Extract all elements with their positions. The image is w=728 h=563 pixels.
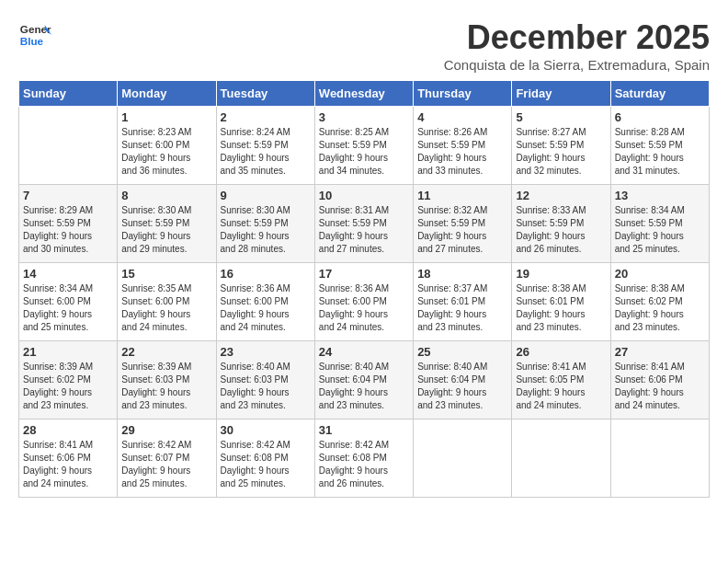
calendar-cell: 13Sunrise: 8:34 AM Sunset: 5:59 PM Dayli…: [610, 185, 709, 263]
calendar-cell: 23Sunrise: 8:40 AM Sunset: 6:03 PM Dayli…: [216, 341, 314, 419]
calendar-cell: 9Sunrise: 8:30 AM Sunset: 5:59 PM Daylig…: [216, 185, 314, 263]
page-header: General Blue December 2025 Conquista de …: [18, 18, 710, 73]
day-number: 13: [615, 189, 705, 202]
header-friday: Friday: [512, 81, 610, 107]
calendar-cell: 5Sunrise: 8:27 AM Sunset: 5:59 PM Daylig…: [512, 107, 610, 185]
day-info: Sunrise: 8:30 AM Sunset: 5:59 PM Dayligh…: [221, 204, 311, 256]
day-number: 21: [23, 345, 113, 359]
header-sunday: Sunday: [19, 81, 118, 107]
day-info: Sunrise: 8:31 AM Sunset: 5:59 PM Dayligh…: [319, 204, 409, 256]
calendar-cell: 14Sunrise: 8:34 AM Sunset: 6:00 PM Dayli…: [19, 263, 118, 341]
calendar-cell: 7Sunrise: 8:29 AM Sunset: 5:59 PM Daylig…: [19, 185, 118, 263]
day-number: 15: [121, 267, 211, 281]
day-info: Sunrise: 8:42 AM Sunset: 6:08 PM Dayligh…: [221, 439, 311, 490]
day-info: Sunrise: 8:38 AM Sunset: 6:01 PM Dayligh…: [516, 282, 606, 334]
day-number: 1: [121, 110, 211, 124]
calendar-week-row: 7Sunrise: 8:29 AM Sunset: 5:59 PM Daylig…: [19, 185, 710, 263]
day-number: 19: [516, 267, 606, 281]
calendar-cell: 2Sunrise: 8:24 AM Sunset: 5:59 PM Daylig…: [216, 107, 314, 185]
day-number: 14: [23, 267, 113, 281]
day-number: 7: [23, 189, 113, 202]
title-block: December 2025 Conquista de la Sierra, Ex…: [444, 18, 710, 73]
calendar-cell: 29Sunrise: 8:42 AM Sunset: 6:07 PM Dayli…: [118, 419, 216, 498]
day-info: Sunrise: 8:39 AM Sunset: 6:03 PM Dayligh…: [121, 361, 211, 412]
day-info: Sunrise: 8:38 AM Sunset: 6:02 PM Dayligh…: [615, 282, 705, 334]
calendar-cell: 20Sunrise: 8:38 AM Sunset: 6:02 PM Dayli…: [610, 263, 709, 341]
day-info: Sunrise: 8:36 AM Sunset: 6:00 PM Dayligh…: [221, 282, 311, 334]
month-title: December 2025: [444, 18, 710, 57]
day-info: Sunrise: 8:27 AM Sunset: 5:59 PM Dayligh…: [516, 126, 606, 178]
day-number: 8: [121, 189, 211, 202]
calendar-cell: 4Sunrise: 8:26 AM Sunset: 5:59 PM Daylig…: [414, 107, 512, 185]
calendar-cell: [414, 419, 512, 498]
day-info: Sunrise: 8:36 AM Sunset: 6:00 PM Dayligh…: [319, 282, 409, 334]
day-info: Sunrise: 8:41 AM Sunset: 6:06 PM Dayligh…: [615, 361, 705, 412]
calendar-cell: [610, 419, 709, 498]
day-number: 3: [319, 110, 409, 124]
calendar-cell: 30Sunrise: 8:42 AM Sunset: 6:08 PM Dayli…: [216, 419, 314, 498]
day-info: Sunrise: 8:41 AM Sunset: 6:05 PM Dayligh…: [516, 361, 606, 412]
day-info: Sunrise: 8:42 AM Sunset: 6:07 PM Dayligh…: [121, 439, 211, 490]
day-number: 4: [417, 110, 507, 124]
day-info: Sunrise: 8:37 AM Sunset: 6:01 PM Dayligh…: [417, 282, 507, 334]
calendar-cell: 28Sunrise: 8:41 AM Sunset: 6:06 PM Dayli…: [19, 419, 118, 498]
header-monday: Monday: [118, 81, 216, 107]
calendar-week-row: 28Sunrise: 8:41 AM Sunset: 6:06 PM Dayli…: [19, 419, 710, 498]
day-info: Sunrise: 8:35 AM Sunset: 6:00 PM Dayligh…: [121, 282, 211, 334]
day-number: 11: [417, 189, 507, 202]
calendar-cell: 25Sunrise: 8:40 AM Sunset: 6:04 PM Dayli…: [414, 341, 512, 419]
location-subtitle: Conquista de la Sierra, Extremadura, Spa…: [444, 57, 710, 73]
header-saturday: Saturday: [610, 81, 709, 107]
header-wednesday: Wednesday: [314, 81, 413, 107]
day-info: Sunrise: 8:23 AM Sunset: 6:00 PM Dayligh…: [121, 126, 211, 178]
day-number: 22: [121, 345, 211, 359]
calendar-cell: 8Sunrise: 8:30 AM Sunset: 5:59 PM Daylig…: [118, 185, 216, 263]
day-info: Sunrise: 8:30 AM Sunset: 5:59 PM Dayligh…: [121, 204, 211, 256]
calendar-week-row: 21Sunrise: 8:39 AM Sunset: 6:02 PM Dayli…: [19, 341, 710, 419]
day-number: 27: [615, 345, 705, 359]
calendar-cell: 21Sunrise: 8:39 AM Sunset: 6:02 PM Dayli…: [19, 341, 118, 419]
calendar-cell: 16Sunrise: 8:36 AM Sunset: 6:00 PM Dayli…: [216, 263, 314, 341]
day-info: Sunrise: 8:28 AM Sunset: 5:59 PM Dayligh…: [615, 126, 705, 178]
day-info: Sunrise: 8:29 AM Sunset: 5:59 PM Dayligh…: [23, 204, 113, 256]
day-number: 12: [516, 189, 606, 202]
day-info: Sunrise: 8:41 AM Sunset: 6:06 PM Dayligh…: [23, 439, 113, 490]
day-number: 26: [516, 345, 606, 359]
day-number: 2: [221, 110, 311, 124]
calendar-table: SundayMondayTuesdayWednesdayThursdayFrid…: [18, 80, 710, 498]
day-info: Sunrise: 8:34 AM Sunset: 6:00 PM Dayligh…: [23, 282, 113, 334]
calendar-cell: 27Sunrise: 8:41 AM Sunset: 6:06 PM Dayli…: [610, 341, 709, 419]
day-number: 29: [121, 423, 211, 437]
day-info: Sunrise: 8:40 AM Sunset: 6:04 PM Dayligh…: [417, 361, 507, 412]
calendar-cell: 1Sunrise: 8:23 AM Sunset: 6:00 PM Daylig…: [118, 107, 216, 185]
calendar-cell: 24Sunrise: 8:40 AM Sunset: 6:04 PM Dayli…: [314, 341, 413, 419]
calendar-cell: 31Sunrise: 8:42 AM Sunset: 6:08 PM Dayli…: [314, 419, 413, 498]
day-info: Sunrise: 8:42 AM Sunset: 6:08 PM Dayligh…: [319, 439, 409, 490]
calendar-cell: [19, 107, 118, 185]
day-number: 20: [615, 267, 705, 281]
logo-icon: General Blue: [18, 18, 51, 52]
calendar-cell: 11Sunrise: 8:32 AM Sunset: 5:59 PM Dayli…: [414, 185, 512, 263]
calendar-cell: 26Sunrise: 8:41 AM Sunset: 6:05 PM Dayli…: [512, 341, 610, 419]
calendar-cell: 10Sunrise: 8:31 AM Sunset: 5:59 PM Dayli…: [314, 185, 413, 263]
day-info: Sunrise: 8:34 AM Sunset: 5:59 PM Dayligh…: [615, 204, 705, 256]
day-number: 6: [615, 110, 705, 124]
day-number: 28: [23, 423, 113, 437]
logo: General Blue: [18, 18, 51, 52]
calendar-cell: [512, 419, 610, 498]
day-number: 23: [221, 345, 311, 359]
day-info: Sunrise: 8:25 AM Sunset: 5:59 PM Dayligh…: [319, 126, 409, 178]
calendar-week-row: 1Sunrise: 8:23 AM Sunset: 6:00 PM Daylig…: [19, 107, 710, 185]
day-info: Sunrise: 8:40 AM Sunset: 6:03 PM Dayligh…: [221, 361, 311, 412]
day-info: Sunrise: 8:24 AM Sunset: 5:59 PM Dayligh…: [221, 126, 311, 178]
day-number: 17: [319, 267, 409, 281]
day-number: 24: [319, 345, 409, 359]
day-number: 9: [221, 189, 311, 202]
svg-text:Blue: Blue: [20, 35, 44, 47]
calendar-cell: 17Sunrise: 8:36 AM Sunset: 6:00 PM Dayli…: [314, 263, 413, 341]
day-number: 5: [516, 110, 606, 124]
day-info: Sunrise: 8:32 AM Sunset: 5:59 PM Dayligh…: [417, 204, 507, 256]
calendar-cell: 12Sunrise: 8:33 AM Sunset: 5:59 PM Dayli…: [512, 185, 610, 263]
day-number: 30: [221, 423, 311, 437]
day-number: 10: [319, 189, 409, 202]
